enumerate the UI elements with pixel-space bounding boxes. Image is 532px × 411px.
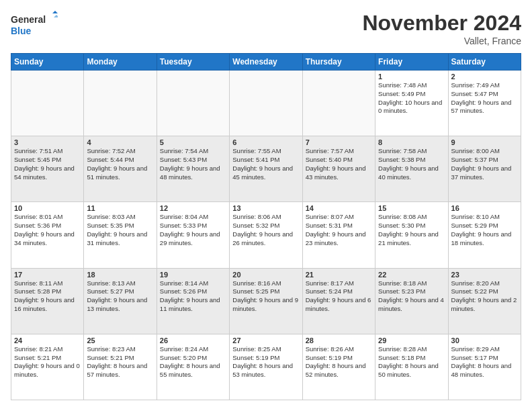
calendar-week-row: 1Sunrise: 7:48 AM Sunset: 5:49 PM Daylig…	[11, 71, 521, 136]
calendar-day-cell: 13Sunrise: 8:06 AM Sunset: 5:32 PM Dayli…	[230, 202, 302, 268]
calendar-week-row: 17Sunrise: 8:11 AM Sunset: 5:28 PM Dayli…	[11, 268, 521, 334]
day-info: Sunrise: 8:01 AM Sunset: 5:36 PM Dayligh…	[14, 213, 81, 247]
calendar-weekday-header: Thursday	[302, 54, 375, 71]
calendar-day-cell: 16Sunrise: 8:10 AM Sunset: 5:29 PM Dayli…	[448, 202, 521, 268]
day-info: Sunrise: 8:25 AM Sunset: 5:19 PM Dayligh…	[232, 345, 299, 379]
calendar-day-cell	[84, 71, 157, 136]
day-number: 13	[232, 204, 299, 212]
svg-text:Blue: Blue	[11, 26, 32, 36]
month-title: November 2024	[362, 11, 521, 36]
day-number: 18	[87, 271, 153, 279]
calendar-day-cell: 9Sunrise: 8:00 AM Sunset: 5:37 PM Daylig…	[448, 136, 521, 202]
day-info: Sunrise: 8:07 AM Sunset: 5:31 PM Dayligh…	[306, 213, 372, 247]
calendar-day-cell	[230, 71, 302, 136]
calendar-weekday-header: Monday	[84, 54, 157, 71]
day-info: Sunrise: 8:18 AM Sunset: 5:23 PM Dayligh…	[378, 279, 445, 314]
calendar-day-cell: 25Sunrise: 8:23 AM Sunset: 5:21 PM Dayli…	[84, 334, 157, 400]
day-info: Sunrise: 8:29 AM Sunset: 5:17 PM Dayligh…	[451, 345, 518, 379]
day-info: Sunrise: 8:14 AM Sunset: 5:26 PM Dayligh…	[160, 279, 226, 314]
calendar-day-cell: 11Sunrise: 8:03 AM Sunset: 5:35 PM Dayli…	[84, 202, 157, 268]
day-number: 16	[451, 204, 518, 212]
calendar-weekday-header: Tuesday	[157, 54, 229, 71]
calendar-day-cell: 4Sunrise: 7:52 AM Sunset: 5:44 PM Daylig…	[84, 136, 157, 202]
calendar-day-cell: 6Sunrise: 7:55 AM Sunset: 5:41 PM Daylig…	[230, 136, 302, 202]
day-number: 27	[232, 336, 299, 345]
day-info: Sunrise: 7:49 AM Sunset: 5:47 PM Dayligh…	[451, 81, 518, 116]
day-number: 19	[160, 271, 226, 279]
calendar-day-cell: 22Sunrise: 8:18 AM Sunset: 5:23 PM Dayli…	[375, 268, 448, 334]
day-number: 1	[378, 73, 445, 81]
calendar-day-cell: 18Sunrise: 8:13 AM Sunset: 5:27 PM Dayli…	[84, 268, 157, 334]
day-info: Sunrise: 7:51 AM Sunset: 5:45 PM Dayligh…	[14, 147, 81, 181]
calendar-table: SundayMondayTuesdayWednesdayThursdayFrid…	[11, 53, 521, 400]
calendar-day-cell: 14Sunrise: 8:07 AM Sunset: 5:31 PM Dayli…	[302, 202, 375, 268]
calendar-week-row: 24Sunrise: 8:21 AM Sunset: 5:21 PM Dayli…	[11, 334, 521, 400]
day-info: Sunrise: 8:03 AM Sunset: 5:35 PM Dayligh…	[87, 213, 153, 247]
day-number: 25	[87, 336, 153, 345]
day-info: Sunrise: 8:26 AM Sunset: 5:19 PM Dayligh…	[306, 345, 372, 379]
day-number: 2	[451, 73, 518, 81]
calendar-day-cell: 12Sunrise: 8:04 AM Sunset: 5:33 PM Dayli…	[157, 202, 229, 268]
location: Vallet, France	[362, 36, 521, 46]
day-info: Sunrise: 7:58 AM Sunset: 5:38 PM Dayligh…	[378, 147, 445, 181]
day-info: Sunrise: 8:13 AM Sunset: 5:27 PM Dayligh…	[87, 279, 153, 314]
calendar-weekday-header: Sunday	[11, 54, 84, 71]
day-number: 14	[306, 204, 372, 212]
page: General Blue November 2024 Vallet, Franc…	[0, 0, 532, 411]
day-info: Sunrise: 8:23 AM Sunset: 5:21 PM Dayligh…	[87, 345, 153, 379]
calendar-weekday-header: Wednesday	[230, 54, 302, 71]
calendar-day-cell	[302, 71, 375, 136]
title-section: November 2024 Vallet, France	[362, 11, 521, 46]
day-number: 10	[14, 204, 81, 212]
calendar-day-cell: 15Sunrise: 8:08 AM Sunset: 5:30 PM Dayli…	[375, 202, 448, 268]
calendar-day-cell: 1Sunrise: 7:48 AM Sunset: 5:49 PM Daylig…	[375, 71, 448, 136]
calendar-day-cell: 24Sunrise: 8:21 AM Sunset: 5:21 PM Dayli…	[11, 334, 84, 400]
calendar-day-cell: 20Sunrise: 8:16 AM Sunset: 5:25 PM Dayli…	[230, 268, 302, 334]
calendar-day-cell: 23Sunrise: 8:20 AM Sunset: 5:22 PM Dayli…	[448, 268, 521, 334]
calendar-day-cell	[157, 71, 229, 136]
day-info: Sunrise: 8:20 AM Sunset: 5:22 PM Dayligh…	[451, 279, 518, 314]
logo: General Blue	[11, 11, 58, 38]
calendar-header-row: SundayMondayTuesdayWednesdayThursdayFrid…	[11, 54, 521, 71]
svg-text:General: General	[11, 14, 46, 25]
day-info: Sunrise: 8:10 AM Sunset: 5:29 PM Dayligh…	[451, 213, 518, 247]
day-info: Sunrise: 8:17 AM Sunset: 5:24 PM Dayligh…	[306, 279, 372, 314]
day-number: 8	[378, 138, 445, 146]
day-number: 15	[378, 204, 445, 212]
day-number: 20	[232, 271, 299, 279]
day-info: Sunrise: 8:28 AM Sunset: 5:18 PM Dayligh…	[378, 345, 445, 379]
day-number: 28	[306, 336, 372, 345]
day-number: 30	[451, 336, 518, 345]
calendar-week-row: 10Sunrise: 8:01 AM Sunset: 5:36 PM Dayli…	[11, 202, 521, 268]
day-number: 29	[378, 336, 445, 345]
day-number: 24	[14, 336, 81, 345]
calendar-day-cell: 29Sunrise: 8:28 AM Sunset: 5:18 PM Dayli…	[375, 334, 448, 400]
day-info: Sunrise: 8:00 AM Sunset: 5:37 PM Dayligh…	[451, 147, 518, 181]
calendar-day-cell: 5Sunrise: 7:54 AM Sunset: 5:43 PM Daylig…	[157, 136, 229, 202]
calendar-day-cell: 2Sunrise: 7:49 AM Sunset: 5:47 PM Daylig…	[448, 71, 521, 136]
day-number: 7	[306, 138, 372, 146]
day-number: 23	[451, 271, 518, 279]
day-number: 6	[232, 138, 299, 146]
calendar-day-cell: 27Sunrise: 8:25 AM Sunset: 5:19 PM Dayli…	[230, 334, 302, 400]
calendar-day-cell	[11, 71, 84, 136]
day-number: 4	[87, 138, 153, 146]
calendar-day-cell: 10Sunrise: 8:01 AM Sunset: 5:36 PM Dayli…	[11, 202, 84, 268]
day-info: Sunrise: 7:48 AM Sunset: 5:49 PM Dayligh…	[378, 81, 445, 116]
day-number: 5	[160, 138, 226, 146]
day-number: 26	[160, 336, 226, 345]
calendar-weekday-header: Saturday	[448, 54, 521, 71]
day-number: 17	[14, 271, 81, 279]
day-number: 9	[451, 138, 518, 146]
day-number: 3	[14, 138, 81, 146]
calendar-day-cell: 30Sunrise: 8:29 AM Sunset: 5:17 PM Dayli…	[448, 334, 521, 400]
day-number: 11	[87, 204, 153, 212]
day-info: Sunrise: 7:57 AM Sunset: 5:40 PM Dayligh…	[306, 147, 372, 181]
day-info: Sunrise: 8:21 AM Sunset: 5:21 PM Dayligh…	[14, 345, 81, 379]
day-info: Sunrise: 8:16 AM Sunset: 5:25 PM Dayligh…	[232, 279, 299, 314]
header: General Blue November 2024 Vallet, Franc…	[11, 11, 521, 46]
calendar-day-cell: 28Sunrise: 8:26 AM Sunset: 5:19 PM Dayli…	[302, 334, 375, 400]
calendar-day-cell: 26Sunrise: 8:24 AM Sunset: 5:20 PM Dayli…	[157, 334, 229, 400]
calendar-day-cell: 3Sunrise: 7:51 AM Sunset: 5:45 PM Daylig…	[11, 136, 84, 202]
day-info: Sunrise: 8:11 AM Sunset: 5:28 PM Dayligh…	[14, 279, 81, 314]
